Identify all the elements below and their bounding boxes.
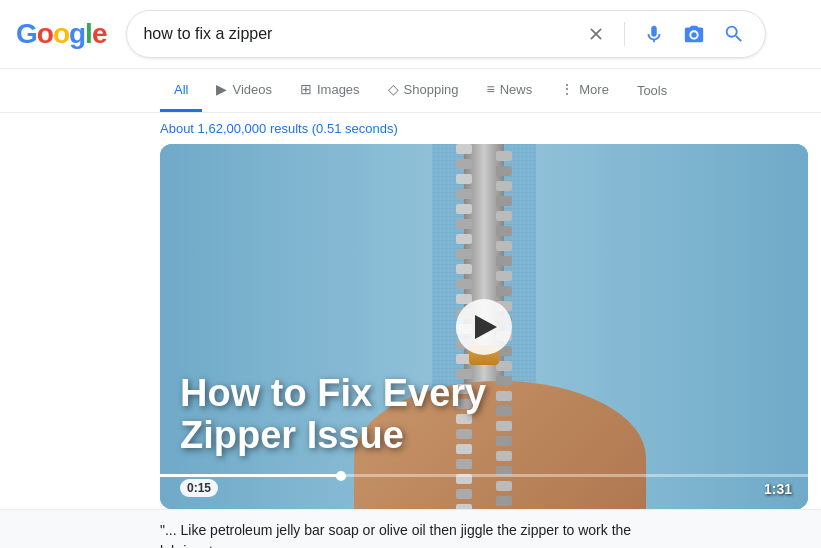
snippet-text: "... Like petroleum jelly bar soap or ol…	[160, 522, 631, 548]
svg-rect-15	[456, 249, 472, 259]
video-timestamp: 0:15	[180, 479, 218, 497]
news-icon: ≡	[487, 81, 495, 97]
tab-shopping[interactable]: ◇ Shopping	[374, 69, 473, 112]
more-icon: ⋮	[560, 81, 574, 97]
tab-shopping-label: Shopping	[404, 82, 459, 97]
mic-icon	[643, 23, 665, 45]
svg-rect-3	[456, 159, 472, 169]
search-icons	[582, 19, 749, 49]
tab-all-label: All	[174, 82, 188, 97]
svg-rect-8	[496, 196, 512, 206]
video-title-line1: How to Fix Every	[180, 372, 486, 414]
svg-point-0	[692, 32, 698, 38]
search-icon	[723, 23, 745, 45]
videos-icon: ▶	[216, 81, 227, 97]
video-duration: 1:31	[764, 481, 792, 497]
progress-bar-fill	[160, 474, 341, 477]
svg-rect-14	[496, 241, 512, 251]
svg-rect-5	[456, 174, 472, 184]
svg-rect-20	[496, 286, 512, 296]
progress-bar-container	[160, 474, 808, 477]
tab-news-label: News	[500, 82, 533, 97]
tools-button[interactable]: Tools	[623, 71, 681, 110]
shopping-icon: ◇	[388, 81, 399, 97]
svg-rect-2	[496, 151, 512, 161]
svg-rect-19	[456, 279, 472, 289]
results-number: 1,62,00,000	[198, 121, 267, 136]
video-title: How to Fix Every Zipper Issue	[180, 373, 788, 457]
svg-rect-49	[456, 504, 472, 509]
images-icon: ⊞	[300, 81, 312, 97]
image-search-button[interactable]	[679, 19, 709, 49]
video-result[interactable]: How to Fix Every Zipper Issue 0:15 1:31	[160, 144, 808, 509]
header: Google how to fix a zipper	[0, 0, 821, 69]
results-prefix: About	[160, 121, 198, 136]
search-input[interactable]: how to fix a zipper	[143, 25, 574, 43]
svg-rect-48	[496, 496, 512, 506]
search-button[interactable]	[719, 19, 749, 49]
tab-images[interactable]: ⊞ Images	[286, 69, 374, 112]
tab-more[interactable]: ⋮ More	[546, 69, 623, 112]
tab-more-label: More	[579, 82, 609, 97]
video-title-overlay: How to Fix Every Zipper Issue	[160, 361, 808, 469]
svg-rect-10	[496, 211, 512, 221]
tab-videos[interactable]: ▶ Videos	[202, 69, 286, 112]
results-suffix: results (0.51 seconds)	[266, 121, 398, 136]
svg-rect-1	[456, 144, 472, 154]
tools-label: Tools	[637, 83, 667, 98]
tab-news[interactable]: ≡ News	[473, 69, 547, 112]
clear-icon	[586, 24, 606, 44]
svg-rect-17	[456, 264, 472, 274]
svg-rect-9	[456, 204, 472, 214]
svg-rect-47	[456, 489, 472, 499]
svg-rect-46	[496, 481, 512, 491]
svg-rect-18	[496, 271, 512, 281]
results-count: About 1,62,00,000 results (0.51 seconds)	[0, 113, 821, 144]
svg-rect-11	[456, 219, 472, 229]
google-logo: Google	[16, 18, 106, 50]
tab-images-label: Images	[317, 82, 360, 97]
svg-rect-6	[496, 181, 512, 191]
clear-button[interactable]	[582, 20, 610, 48]
camera-icon	[683, 23, 705, 45]
svg-rect-12	[496, 226, 512, 236]
search-bar: how to fix a zipper	[126, 10, 766, 58]
svg-rect-4	[496, 166, 512, 176]
video-snippet: "... Like petroleum jelly bar soap or ol…	[0, 509, 821, 548]
video-thumbnail: How to Fix Every Zipper Issue 0:15 1:31	[160, 144, 808, 509]
video-title-line2: Zipper Issue	[180, 414, 404, 456]
play-button[interactable]	[456, 299, 512, 355]
progress-dot	[336, 471, 346, 481]
voice-search-button[interactable]	[639, 19, 669, 49]
nav-tabs: All ▶ Videos ⊞ Images ◇ Shopping ≡ News …	[0, 69, 821, 113]
tab-videos-label: Videos	[232, 82, 272, 97]
svg-rect-7	[456, 189, 472, 199]
search-divider	[624, 22, 625, 46]
tab-all[interactable]: All	[160, 70, 202, 112]
svg-rect-13	[456, 234, 472, 244]
svg-rect-16	[496, 256, 512, 266]
play-triangle-icon	[475, 315, 497, 339]
